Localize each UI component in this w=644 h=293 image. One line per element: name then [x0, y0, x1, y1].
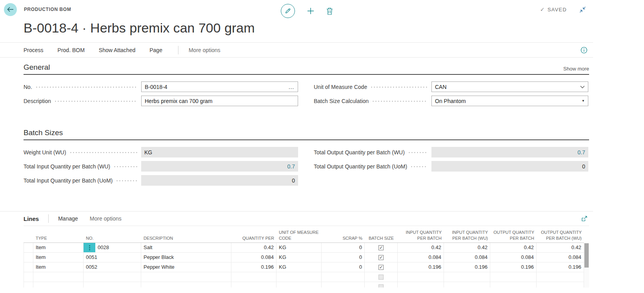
table-row-empty[interactable] — [24, 272, 584, 282]
column-header-output-qty-wu[interactable]: OUTPUT QUANTITY PER BATCH (WU) — [537, 230, 584, 242]
cell-type[interactable]: Item — [33, 262, 84, 272]
drilldown-link[interactable]: 0.7 — [287, 163, 295, 170]
cell-quantity-per[interactable]: 0.084 — [231, 253, 277, 262]
cell-uom[interactable]: KG — [277, 243, 322, 252]
row-selector[interactable] — [24, 262, 33, 272]
cell-type[interactable]: Item — [33, 253, 84, 262]
column-header-no[interactable]: NO. — [84, 235, 141, 242]
menu-item-prod-bom[interactable]: Prod. BOM — [58, 47, 85, 53]
cell-output-qty-wu[interactable] — [537, 272, 584, 282]
edit-button[interactable] — [279, 2, 297, 20]
cell-no[interactable] — [84, 272, 141, 282]
vertical-scrollbar[interactable] — [584, 243, 589, 288]
column-header-quantity-per[interactable]: QUANTITY PER — [231, 235, 277, 242]
lines-more-options-button[interactable]: More options — [90, 215, 122, 222]
cell-input-qty-wu[interactable] — [444, 282, 490, 288]
cell-output-qty[interactable]: 0.196 — [490, 262, 537, 272]
scrollbar-thumb[interactable] — [584, 243, 589, 268]
cell-output-qty-wu[interactable]: 0.084 — [537, 253, 584, 262]
cell-output-qty[interactable]: 0.42 — [490, 243, 537, 252]
cell-scrap[interactable]: 0 — [322, 262, 365, 272]
cell-scrap[interactable] — [322, 282, 365, 288]
menu-item-show-attached[interactable]: Show Attached — [99, 47, 135, 53]
row-selector[interactable] — [24, 253, 33, 262]
cell-batch-size[interactable]: ✓ — [365, 243, 398, 252]
cell-no[interactable]: 0052 — [84, 262, 141, 272]
collapse-button[interactable] — [578, 5, 588, 14]
row-selector[interactable] — [24, 282, 33, 288]
batch-size-calculation-select[interactable]: On Phantom ▼ — [431, 96, 588, 106]
more-options-button[interactable]: More options — [189, 47, 220, 53]
cell-uom[interactable]: KG — [277, 253, 322, 262]
cell-output-qty[interactable] — [490, 272, 537, 282]
cell-quantity-per[interactable] — [231, 272, 277, 282]
cell-type[interactable]: Item — [33, 243, 84, 252]
show-more-link[interactable]: Show more — [563, 66, 589, 72]
cell-quantity-per[interactable] — [231, 282, 277, 288]
cell-input-qty-wu[interactable]: 0.084 — [444, 253, 490, 262]
cell-input-qty-wu[interactable]: 0.42 — [444, 243, 490, 252]
cell-description[interactable] — [141, 272, 231, 282]
cell-uom[interactable] — [277, 282, 322, 288]
column-header-input-qty-wu[interactable]: INPUT QUANTITY PER BATCH (WU) — [444, 230, 490, 242]
cell-input-qty[interactable] — [398, 282, 444, 288]
menu-item-page[interactable]: Page — [149, 47, 162, 53]
column-header-input-qty[interactable]: INPUT QUANTITY PER BATCH — [398, 230, 444, 242]
cell-batch-size[interactable]: ✓ — [365, 253, 398, 262]
drilldown-link[interactable]: 0.7 — [578, 149, 585, 156]
active-cell-menu[interactable] — [84, 243, 95, 252]
column-header-scrap[interactable]: SCRAP % — [322, 235, 365, 242]
cell-output-qty-wu[interactable]: 0.196 — [537, 262, 584, 272]
batch-size-checkbox[interactable]: ✓ — [378, 245, 384, 250]
menu-item-process[interactable]: Process — [24, 47, 44, 53]
column-header-batch-size[interactable]: BATCH SIZE — [365, 235, 398, 242]
cell-output-qty[interactable] — [490, 282, 537, 288]
batch-size-checkbox[interactable]: ✓ — [378, 255, 384, 260]
focus-mode-button[interactable] — [580, 214, 589, 223]
cell-batch-size[interactable] — [365, 282, 398, 288]
cell-description[interactable]: Pepper White — [141, 262, 231, 272]
cell-type[interactable] — [33, 272, 84, 282]
table-row[interactable]: Item0052Pepper White0.196KG0✓0.1960.1960… — [24, 262, 584, 272]
cell-input-qty[interactable] — [398, 272, 444, 282]
batch-size-checkbox[interactable] — [378, 284, 384, 288]
cell-scrap[interactable]: 0 — [322, 243, 365, 252]
cell-output-qty[interactable]: 0.084 — [490, 253, 537, 262]
new-button[interactable] — [305, 5, 316, 16]
cell-description[interactable]: Pepper Black — [141, 253, 231, 262]
column-header-description[interactable]: DESCRIPTION — [141, 235, 231, 242]
cell-input-qty[interactable]: 0.196 — [398, 262, 444, 272]
cell-uom[interactable] — [277, 272, 322, 282]
row-selector[interactable] — [24, 272, 33, 282]
cell-no[interactable]: 0051 — [84, 253, 141, 262]
cell-no[interactable]: 0028 — [84, 243, 141, 252]
info-button[interactable] — [579, 45, 589, 55]
table-row[interactable]: Item0028Salt0.42KG0✓0.420.420.420.42 — [24, 243, 584, 253]
manage-button[interactable]: Manage — [58, 215, 78, 222]
cell-scrap[interactable]: 0 — [322, 253, 365, 262]
table-row-empty[interactable] — [24, 282, 584, 288]
column-header-type[interactable]: TYPE — [33, 235, 84, 242]
cell-description[interactable]: Salt — [141, 243, 231, 252]
column-header-uom[interactable]: UNIT OF MEASURE CODE — [277, 230, 322, 242]
cell-input-qty-wu[interactable] — [444, 272, 490, 282]
cell-output-qty-wu[interactable]: 0.42 — [537, 243, 584, 252]
assist-edit-button[interactable]: … — [288, 85, 295, 89]
cell-batch-size[interactable]: ✓ — [365, 262, 398, 272]
unit-of-measure-combobox[interactable]: CAN — [431, 81, 588, 92]
no-input[interactable]: B-0018-4 … — [141, 81, 298, 92]
cell-batch-size[interactable] — [365, 272, 398, 282]
cell-output-qty-wu[interactable] — [537, 282, 584, 288]
column-header-output-qty[interactable]: OUTPUT QUANTITY PER BATCH — [490, 230, 537, 242]
batch-size-checkbox[interactable] — [378, 275, 384, 280]
cell-uom[interactable]: KG — [277, 262, 322, 272]
cell-scrap[interactable] — [322, 272, 365, 282]
description-input[interactable]: Herbs premix can 700 gram — [141, 96, 298, 106]
batch-size-checkbox[interactable]: ✓ — [378, 265, 384, 270]
cell-quantity-per[interactable]: 0.196 — [231, 262, 277, 272]
cell-quantity-per[interactable]: 0.42 — [231, 243, 277, 252]
cell-input-qty-wu[interactable]: 0.196 — [444, 262, 490, 272]
cell-input-qty[interactable]: 0.084 — [398, 253, 444, 262]
row-selector[interactable] — [24, 243, 33, 252]
cell-type[interactable] — [33, 282, 84, 288]
